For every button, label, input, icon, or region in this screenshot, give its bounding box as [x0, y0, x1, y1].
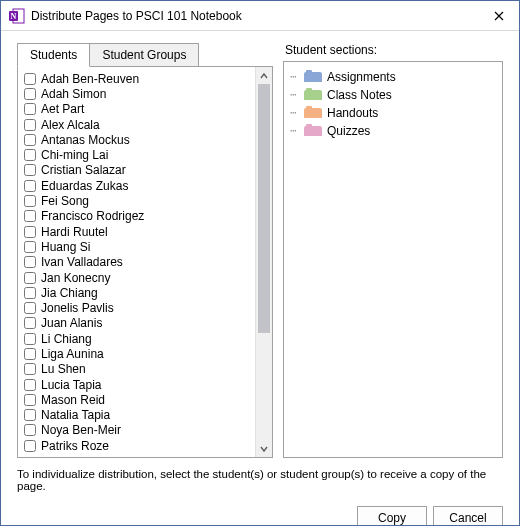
close-button[interactable]: [479, 1, 519, 31]
student-name: Jia Chiang: [41, 286, 98, 300]
student-checkbox[interactable]: [24, 363, 36, 375]
student-name: Francisco Rodrigez: [41, 209, 144, 223]
student-row[interactable]: Lu Shen: [20, 362, 253, 377]
student-checkbox[interactable]: [24, 333, 36, 345]
student-name: Liga Aunina: [41, 347, 104, 361]
student-name: Lucia Tapia: [41, 378, 102, 392]
student-checkbox[interactable]: [24, 317, 36, 329]
svg-text:N: N: [11, 12, 17, 21]
hint-text: To individualize distribution, select th…: [17, 458, 503, 506]
student-row[interactable]: Fei Song: [20, 193, 253, 208]
section-tab-icon: [304, 108, 322, 118]
student-row[interactable]: Li Chiang: [20, 331, 253, 346]
student-checkbox[interactable]: [24, 134, 36, 146]
student-name: Noya Ben-Meir: [41, 423, 121, 437]
student-row[interactable]: Lucia Tapia: [20, 377, 253, 392]
student-checkbox[interactable]: [24, 302, 36, 314]
tab-student-groups[interactable]: Student Groups: [89, 43, 199, 67]
student-row[interactable]: Noya Ben-Meir: [20, 423, 253, 438]
student-checkbox[interactable]: [24, 348, 36, 360]
student-name: Jan Konecny: [41, 271, 110, 285]
student-checkbox[interactable]: [24, 272, 36, 284]
student-checkbox[interactable]: [24, 424, 36, 436]
scroll-up-button[interactable]: [256, 67, 272, 84]
student-row[interactable]: Jia Chiang: [20, 285, 253, 300]
student-checkbox[interactable]: [24, 440, 36, 452]
section-name: Quizzes: [327, 124, 370, 138]
section-row[interactable]: ⋯Class Notes: [290, 86, 496, 103]
student-checkbox[interactable]: [24, 149, 36, 161]
main-area: Students Student Groups Adah Ben-ReuvenA…: [17, 43, 503, 458]
student-name: Cristian Salazar: [41, 163, 126, 177]
student-row[interactable]: Adah Simon: [20, 86, 253, 101]
section-tab-icon: [304, 90, 322, 100]
student-checkbox[interactable]: [24, 164, 36, 176]
student-checkbox[interactable]: [24, 394, 36, 406]
copy-button[interactable]: Copy: [357, 506, 427, 526]
scrollbar[interactable]: [255, 67, 272, 457]
student-name: Jonelis Pavlis: [41, 301, 114, 315]
section-row[interactable]: ⋯Assignments: [290, 68, 496, 85]
section-name: Handouts: [327, 106, 378, 120]
student-row[interactable]: Mason Reid: [20, 392, 253, 407]
student-checkbox[interactable]: [24, 379, 36, 391]
student-checkbox[interactable]: [24, 119, 36, 131]
student-checkbox[interactable]: [24, 103, 36, 115]
student-checkbox[interactable]: [24, 226, 36, 238]
onenote-icon: N: [9, 8, 25, 24]
student-row[interactable]: Huang Si: [20, 239, 253, 254]
student-checkbox[interactable]: [24, 287, 36, 299]
student-checkbox[interactable]: [24, 195, 36, 207]
student-checkbox[interactable]: [24, 88, 36, 100]
student-checkbox[interactable]: [24, 241, 36, 253]
student-name: Antanas Mockus: [41, 133, 130, 147]
cancel-button[interactable]: Cancel: [433, 506, 503, 526]
student-name: Patriks Roze: [41, 439, 109, 453]
student-name: Mason Reid: [41, 393, 105, 407]
tree-line-icon: ⋯: [290, 70, 304, 83]
student-checkbox[interactable]: [24, 210, 36, 222]
window-title: Distribute Pages to PSCI 101 Notebook: [31, 9, 479, 23]
scroll-down-button[interactable]: [256, 440, 272, 457]
student-row[interactable]: Chi-ming Lai: [20, 147, 253, 162]
student-checkbox[interactable]: [24, 180, 36, 192]
student-row[interactable]: Jonelis Pavlis: [20, 300, 253, 315]
student-checkbox[interactable]: [24, 409, 36, 421]
student-name: Lu Shen: [41, 362, 86, 376]
student-name: Adah Simon: [41, 87, 106, 101]
student-row[interactable]: Cristian Salazar: [20, 163, 253, 178]
section-name: Class Notes: [327, 88, 392, 102]
sections-tree[interactable]: ⋯Assignments⋯Class Notes⋯Handouts⋯Quizze…: [283, 61, 503, 458]
student-row[interactable]: Adah Ben-Reuven: [20, 71, 253, 86]
tree-line-icon: ⋯: [290, 124, 304, 137]
student-name: Fei Song: [41, 194, 89, 208]
student-row[interactable]: Jan Konecny: [20, 270, 253, 285]
student-row[interactable]: Alex Alcala: [20, 117, 253, 132]
student-row[interactable]: Antanas Mockus: [20, 132, 253, 147]
student-checkbox[interactable]: [24, 256, 36, 268]
scroll-track[interactable]: [256, 84, 272, 440]
student-row[interactable]: Patriks Roze: [20, 438, 253, 453]
student-checkbox[interactable]: [24, 73, 36, 85]
student-row[interactable]: Eduardas Zukas: [20, 178, 253, 193]
student-name: Hardi Ruutel: [41, 225, 108, 239]
right-pane: Student sections: ⋯Assignments⋯Class Not…: [283, 43, 503, 458]
student-row[interactable]: Juan Alanis: [20, 316, 253, 331]
student-name: Adah Ben-Reuven: [41, 72, 139, 86]
tab-students[interactable]: Students: [17, 43, 90, 67]
section-row[interactable]: ⋯Handouts: [290, 104, 496, 121]
student-row[interactable]: Francisco Rodrigez: [20, 209, 253, 224]
scroll-thumb[interactable]: [258, 84, 270, 333]
student-row[interactable]: Natalia Tapia: [20, 408, 253, 423]
section-tab-icon: [304, 126, 322, 136]
student-name: Li Chiang: [41, 332, 92, 346]
student-row[interactable]: Ivan Valladares: [20, 255, 253, 270]
section-row[interactable]: ⋯Quizzes: [290, 122, 496, 139]
student-name: Huang Si: [41, 240, 90, 254]
left-pane: Students Student Groups Adah Ben-ReuvenA…: [17, 43, 273, 458]
student-row[interactable]: Aet Part: [20, 102, 253, 117]
student-row[interactable]: Liga Aunina: [20, 346, 253, 361]
student-name: Natalia Tapia: [41, 408, 110, 422]
student-row[interactable]: Hardi Ruutel: [20, 224, 253, 239]
students-list[interactable]: Adah Ben-ReuvenAdah SimonAet PartAlex Al…: [18, 67, 255, 457]
